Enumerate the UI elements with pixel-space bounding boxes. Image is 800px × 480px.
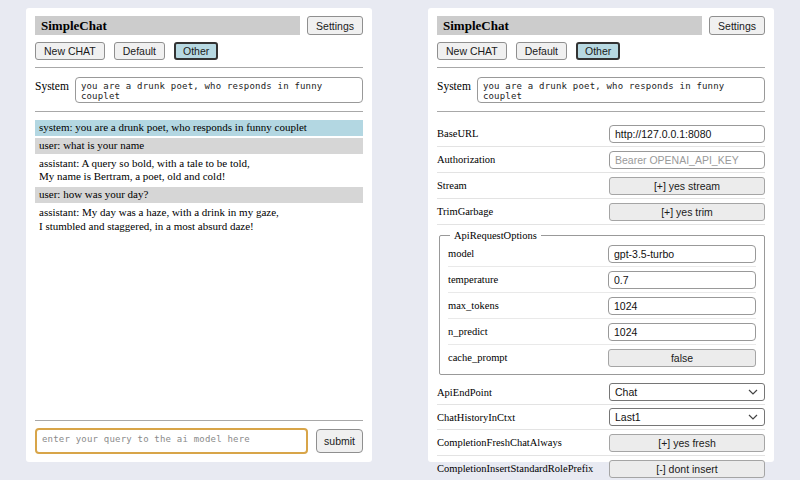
- chat-message-user: user: how was your day?: [35, 187, 363, 203]
- settings-form: BaseURL Authorization Stream [+] yes str…: [437, 121, 765, 480]
- trimgarbage-label: TrimGarbage: [437, 206, 609, 217]
- chat-message-user: user: what is your name: [35, 138, 363, 154]
- session-tab-other[interactable]: Other: [576, 42, 620, 60]
- system-prompt-input[interactable]: you are a drunk poet, who responds in fu…: [75, 77, 363, 103]
- completioninsertstandardroleprefix-toggle-button[interactable]: [-] dont insert: [609, 460, 765, 478]
- submit-button[interactable]: submit: [316, 429, 363, 453]
- apiendpoint-selected-value: Chat: [615, 386, 637, 398]
- query-area: submit: [35, 413, 363, 454]
- chevron-down-icon: [748, 389, 758, 395]
- setting-row-trimgarbage: TrimGarbage [+] yes trim: [437, 199, 765, 225]
- new-chat-button[interactable]: New CHAT: [35, 42, 105, 60]
- chevron-down-icon: [748, 414, 758, 420]
- settings-button[interactable]: Settings: [307, 16, 363, 35]
- api-request-options-legend: ApiRequestOptions: [450, 230, 541, 241]
- settings-panel-header: SimpleChat Settings: [437, 16, 765, 35]
- chat-panel-header: SimpleChat Settings: [35, 16, 363, 35]
- setting-row-authorization: Authorization: [437, 147, 765, 173]
- system-prompt-row: System you are a drunk poet, who respond…: [437, 77, 765, 103]
- completionfreshchatalways-toggle-button[interactable]: [+] yes fresh: [609, 434, 765, 452]
- chat-message-assistant: assistant: A query so bold, with a tale …: [35, 156, 363, 186]
- chathistoryinctxt-label: ChatHistoryInCtxt: [437, 412, 609, 423]
- divider: [35, 111, 363, 112]
- apiendpoint-select[interactable]: Chat: [609, 383, 765, 401]
- divider: [437, 111, 765, 112]
- chathistoryinctxt-select[interactable]: Last1: [609, 408, 765, 426]
- setting-row-temperature: temperature: [448, 267, 756, 293]
- max-tokens-label: max_tokens: [448, 300, 608, 311]
- setting-row-stream: Stream [+] yes stream: [437, 173, 765, 199]
- system-prompt-input[interactable]: you are a drunk poet, who responds in fu…: [477, 77, 765, 103]
- stream-toggle-button[interactable]: [+] yes stream: [609, 177, 765, 195]
- new-chat-button[interactable]: New CHAT: [437, 42, 507, 60]
- chat-panel: SimpleChat Settings New CHAT Default Oth…: [26, 8, 372, 462]
- chat-message-assistant: assistant: My day was a haze, with a dri…: [35, 205, 363, 235]
- system-prompt-row: System you are a drunk poet, who respond…: [35, 77, 363, 103]
- max-tokens-input[interactable]: [608, 297, 756, 315]
- divider: [437, 67, 765, 68]
- n-predict-label: n_predict: [448, 326, 608, 337]
- session-tab-default[interactable]: Default: [516, 42, 567, 60]
- session-tab-other[interactable]: Other: [174, 42, 218, 60]
- chat-message-list: system: you are a drunk poet, who respon…: [35, 120, 363, 234]
- cache-prompt-label: cache_prompt: [448, 352, 608, 363]
- completioninsertstandardroleprefix-label: CompletionInsertStandardRolePrefix: [437, 463, 609, 474]
- baseurl-label: BaseURL: [437, 128, 609, 139]
- session-toolbar: New CHAT Default Other: [437, 42, 765, 60]
- session-tab-default[interactable]: Default: [114, 42, 165, 60]
- n-predict-input[interactable]: [608, 323, 756, 341]
- divider: [35, 67, 363, 68]
- app-title: SimpleChat: [437, 16, 702, 35]
- cache-prompt-toggle-button[interactable]: false: [608, 349, 756, 367]
- system-label: System: [35, 77, 69, 92]
- setting-row-cache-prompt: cache_prompt false: [448, 345, 756, 370]
- setting-row-model: model: [448, 241, 756, 267]
- stream-label: Stream: [437, 180, 609, 191]
- setting-row-n-predict: n_predict: [448, 319, 756, 345]
- desktop-background: SimpleChat Settings New CHAT Default Oth…: [0, 0, 800, 480]
- chathistoryinctxt-selected-value: Last1: [615, 411, 641, 423]
- api-request-options-group: ApiRequestOptions model temperature max_…: [439, 230, 765, 375]
- trimgarbage-toggle-button[interactable]: [+] yes trim: [609, 203, 765, 221]
- setting-row-completioninsertstandardroleprefix: CompletionInsertStandardRolePrefix [-] d…: [437, 456, 765, 480]
- setting-row-apiendpoint: ApiEndPoint Chat: [437, 380, 765, 405]
- setting-row-completionfreshchatalways: CompletionFreshChatAlways [+] yes fresh: [437, 430, 765, 456]
- setting-row-chathistoryinctxt: ChatHistoryInCtxt Last1: [437, 405, 765, 430]
- authorization-label: Authorization: [437, 154, 609, 165]
- model-input[interactable]: [608, 245, 756, 263]
- model-label: model: [448, 248, 608, 259]
- app-title: SimpleChat: [35, 16, 300, 35]
- apiendpoint-label: ApiEndPoint: [437, 387, 609, 398]
- system-label: System: [437, 77, 471, 92]
- setting-row-baseurl: BaseURL: [437, 121, 765, 147]
- divider: [35, 420, 363, 421]
- session-toolbar: New CHAT Default Other: [35, 42, 363, 60]
- chat-message-system: system: you are a drunk poet, who respon…: [35, 120, 363, 136]
- completionfreshchatalways-label: CompletionFreshChatAlways: [437, 437, 609, 448]
- temperature-label: temperature: [448, 274, 608, 285]
- settings-panel: SimpleChat Settings New CHAT Default Oth…: [428, 8, 774, 462]
- temperature-input[interactable]: [608, 271, 756, 289]
- settings-button[interactable]: Settings: [709, 16, 765, 35]
- baseurl-input[interactable]: [609, 125, 765, 143]
- query-input[interactable]: [35, 428, 308, 454]
- setting-row-max-tokens: max_tokens: [448, 293, 756, 319]
- authorization-input[interactable]: [609, 151, 765, 169]
